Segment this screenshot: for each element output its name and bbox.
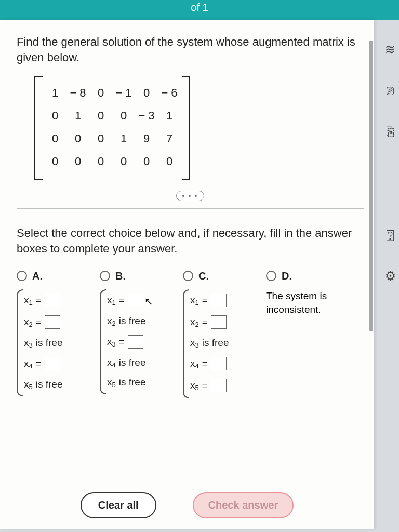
equals-sign: = <box>36 316 42 328</box>
variable-label: x1 <box>190 295 199 306</box>
answer-input[interactable] <box>45 294 60 307</box>
variable-label: x3 <box>24 337 33 349</box>
equals-sign: = <box>119 336 125 348</box>
equation-row: x3 is free <box>190 337 263 349</box>
matrix-cell: 7 <box>158 127 181 150</box>
option-d-text: The system is inconsistent. <box>266 289 351 317</box>
matrix-cell: 0 <box>89 82 112 104</box>
variable-label: x3 <box>107 336 116 348</box>
radio-b[interactable] <box>100 271 110 281</box>
scrollbar-track[interactable] <box>369 41 373 331</box>
matrix-cell: 0 <box>44 127 66 150</box>
section-divider <box>17 208 364 209</box>
option-a: A.x1 = x2 = x3 is freex4 = x5 is free <box>17 270 100 396</box>
option-b: B.x1 = ↖x2 is freex3 = x4 is freex5 is f… <box>100 270 183 396</box>
equation-group: x1 = ↖x2 is freex3 = x4 is freex5 is fre… <box>100 289 180 392</box>
question-panel: Find the general solution of the system … <box>0 20 374 529</box>
check-answer-button[interactable]: Check answer <box>193 492 294 518</box>
radio-a[interactable] <box>17 271 27 281</box>
variable-label: x2 <box>107 315 116 327</box>
matrix-cell: 9 <box>135 127 158 150</box>
equation-group: x1 = x2 = x3 is freex4 = x5 = <box>183 289 263 396</box>
equation-row: x4 = <box>190 357 263 370</box>
header-bar: of 1 <box>0 0 399 20</box>
equation-group: x1 = x2 = x3 is freex4 = x5 is free <box>17 289 97 394</box>
answer-input[interactable] <box>211 294 227 307</box>
answer-input[interactable] <box>211 379 227 392</box>
equals-sign: = <box>202 380 208 391</box>
clear-all-button[interactable]: Clear all <box>81 492 156 518</box>
cursor-icon: ↖ <box>144 295 153 308</box>
matrix-cell: 0 <box>89 104 112 127</box>
option-c: C.x1 = x2 = x3 is freex4 = x5 = <box>183 270 266 396</box>
expand-ellipsis[interactable]: • • • <box>176 191 204 201</box>
option-d: D.The system is inconsistent. <box>266 270 354 396</box>
matrix-cell: 0 <box>44 104 66 127</box>
free-variable-text: is free <box>119 357 146 368</box>
matrix-cell: 1 <box>66 104 89 127</box>
answer-input[interactable] <box>128 294 143 307</box>
option-label: D. <box>282 270 292 282</box>
radio-d[interactable] <box>266 271 276 281</box>
answer-input[interactable] <box>45 315 60 329</box>
equation-row: x4 = <box>24 357 97 370</box>
variable-label: x3 <box>190 337 199 349</box>
equation-row: x3 is free <box>24 337 97 349</box>
equals-sign: = <box>202 358 208 369</box>
matrix-cell: 0 <box>135 150 158 173</box>
copy-icon[interactable]: ⎘ <box>387 124 394 140</box>
matrix-cell: 0 <box>66 127 89 150</box>
variable-label: x5 <box>24 379 33 390</box>
matrix-cell: 0 <box>112 150 135 173</box>
variable-label: x5 <box>107 377 116 388</box>
equation-row: x2 = <box>190 315 263 329</box>
answer-input[interactable] <box>211 357 227 370</box>
matrix-cell: − 6 <box>158 82 181 104</box>
equation-row: x2 is free <box>107 315 180 327</box>
options-row: A.x1 = x2 = x3 is freex4 = x5 is freeB.x… <box>17 270 364 396</box>
scrollbar-thumb[interactable] <box>369 41 373 331</box>
equals-sign: = <box>202 316 208 328</box>
layers-icon[interactable]: ≋ <box>385 42 395 58</box>
variable-label: x4 <box>107 357 116 368</box>
progress-text: of 1 <box>191 2 208 13</box>
equals-sign: = <box>202 295 208 306</box>
option-label: A. <box>32 270 43 282</box>
matrix-cell: 1 <box>158 104 181 127</box>
equation-row: x1 = <box>190 294 263 307</box>
free-variable-text: is free <box>36 337 63 349</box>
matrix-cell: 0 <box>66 150 89 173</box>
variable-label: x2 <box>190 316 199 328</box>
option-label: C. <box>198 270 209 282</box>
answer-input[interactable] <box>211 315 227 329</box>
answer-input[interactable] <box>128 335 143 349</box>
matrix-cell: 0 <box>112 104 135 127</box>
button-bar: Clear all Check answer <box>0 492 374 518</box>
matrix-cell: 0 <box>89 127 112 150</box>
matrix-cell: − 1 <box>112 82 135 104</box>
equals-sign: = <box>36 295 42 306</box>
equation-row: x1 = ↖ <box>107 294 180 307</box>
free-variable-text: is free <box>36 379 63 390</box>
equation-row: x5 is free <box>24 379 97 390</box>
tool-sidebar: ≋ ⎚ ⎘ ⍰ ⚙ <box>381 42 399 284</box>
answer-input[interactable] <box>45 357 60 370</box>
user-icon[interactable]: ⍰ <box>387 227 394 243</box>
equation-row: x3 = <box>107 335 180 349</box>
variable-label: x2 <box>24 316 33 328</box>
device-icon[interactable]: ⎚ <box>387 83 394 99</box>
matrix-cell: − 3 <box>135 104 158 127</box>
equation-row: x5 is free <box>107 377 180 388</box>
equation-row: x4 is free <box>107 357 180 368</box>
equation-row: x1 = <box>24 294 97 307</box>
free-variable-text: is free <box>119 377 146 388</box>
settings-icon[interactable]: ⚙ <box>385 268 396 284</box>
radio-c[interactable] <box>183 271 193 281</box>
augmented-matrix: 1− 80− 10− 60100− 31000197000000 <box>34 76 190 178</box>
variable-label: x5 <box>190 380 199 391</box>
matrix-cell: − 8 <box>66 82 89 104</box>
equals-sign: = <box>36 358 42 369</box>
free-variable-text: is free <box>119 315 146 327</box>
variable-label: x4 <box>190 358 199 369</box>
answer-instruction: Select the correct choice below and, if … <box>17 225 364 256</box>
